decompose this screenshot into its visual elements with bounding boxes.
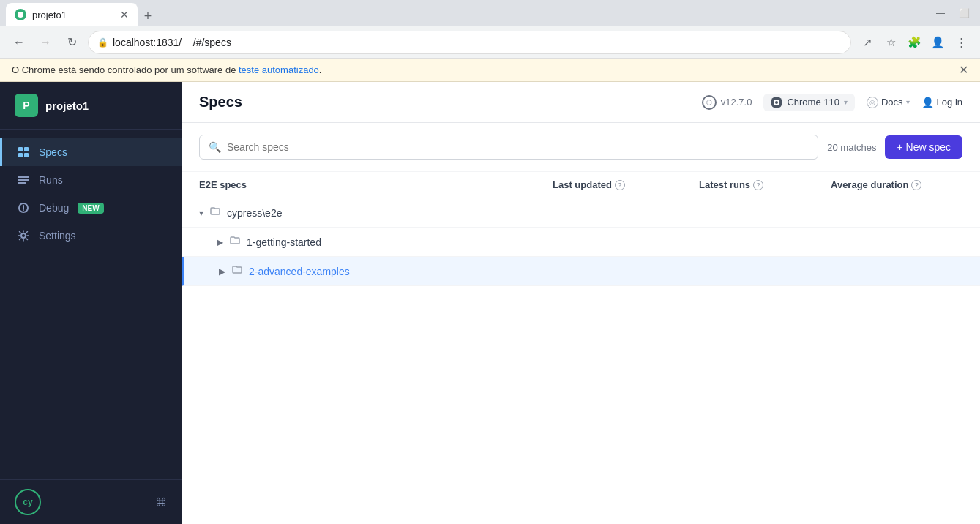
sidebar-nav: Specs Runs <box>0 130 182 479</box>
specs-table-header: E2E specs Last updated ? Latest runs ? A… <box>182 172 980 198</box>
folder-row[interactable]: ▶ 2-advanced-examples <box>182 257 980 286</box>
tab-close-button[interactable]: ✕ <box>120 9 129 20</box>
page-title: Specs <box>199 94 242 111</box>
folder-icon <box>209 206 221 220</box>
col-runs-header: Latest runs ? <box>699 179 831 190</box>
svg-rect-4 <box>24 153 29 157</box>
svg-point-10 <box>23 209 24 211</box>
folder-name: 1-getting-started <box>247 236 321 248</box>
specs-area: 🔍 20 matches + New spec E2E specs Last u… <box>182 123 980 524</box>
folder-row[interactable]: ▶ 1-getting-started <box>182 228 980 257</box>
sidebar-header: P projeto1 <box>0 82 182 130</box>
sidebar-item-runs[interactable]: Runs <box>0 166 182 194</box>
docs-icon: ◎ <box>867 97 878 108</box>
infobar-close-button[interactable]: ✕ <box>959 63 968 77</box>
runs-icon <box>17 173 30 187</box>
col-name-header: E2E specs <box>199 179 553 190</box>
main-header: Specs ⬡ v12.7.0 Chrome 110 ▾ ◎ Docs ▾ <box>182 82 980 123</box>
infobar-link[interactable]: teste automatizado <box>239 64 319 75</box>
svg-point-0 <box>18 12 23 18</box>
address-bar[interactable]: 🔒 localhost:1831/__/#/specs <box>88 31 851 54</box>
login-icon: 👤 <box>921 97 934 108</box>
browser-icon <box>771 97 782 108</box>
folder-icon <box>229 235 241 249</box>
minimize-button[interactable]: — <box>930 3 951 23</box>
search-bar-row: 🔍 20 matches + New spec <box>182 123 980 172</box>
restore-button[interactable]: ⬜ <box>954 3 974 23</box>
browser-chevron-icon: ▾ <box>844 98 848 106</box>
svg-point-13 <box>775 101 778 104</box>
sidebar-item-settings[interactable]: Settings <box>0 222 182 250</box>
lock-icon: 🔒 <box>97 37 108 48</box>
col-duration-header: Average duration ? <box>831 179 962 190</box>
svg-point-11 <box>21 233 26 238</box>
tab-favicon <box>15 9 26 20</box>
folder-chevron-icon: ▶ <box>217 237 223 247</box>
folder-row[interactable]: ▾ cypress\e2e <box>182 198 980 228</box>
svg-rect-2 <box>24 147 29 151</box>
docs-link[interactable]: ◎ Docs ▾ <box>867 97 910 108</box>
profile-button[interactable]: 👤 <box>927 32 948 53</box>
new-spec-button[interactable]: + New spec <box>885 135 962 159</box>
folder-chevron-icon: ▶ <box>219 266 225 277</box>
project-icon: P <box>15 94 38 117</box>
search-input[interactable] <box>227 141 809 153</box>
active-tab[interactable]: projeto1 ✕ <box>6 3 138 26</box>
bookmark-button[interactable]: ☆ <box>880 32 901 53</box>
main-content: Specs ⬡ v12.7.0 Chrome 110 ▾ ◎ Docs ▾ <box>182 82 980 524</box>
login-label: Log in <box>937 97 962 108</box>
search-input-wrapper[interactable]: 🔍 <box>199 135 818 160</box>
version-icon: ⬡ <box>702 95 717 110</box>
info-bar: O Chrome está sendo controlado por um so… <box>0 59 980 82</box>
infobar-message: O Chrome está sendo controlado por um so… <box>12 64 239 75</box>
col-updated-header: Last updated ? <box>553 179 699 190</box>
browser-label: Chrome 110 <box>787 97 839 108</box>
back-button[interactable]: ← <box>9 32 29 53</box>
share-button[interactable]: ↗ <box>857 32 878 53</box>
login-link[interactable]: 👤 Log in <box>921 97 962 108</box>
runs-help-icon[interactable]: ? <box>753 180 763 190</box>
menu-button[interactable]: ⋮ <box>951 32 971 53</box>
forward-button[interactable]: → <box>35 32 56 53</box>
url-text: localhost:1831/__/#/specs <box>113 37 231 48</box>
folder-chevron-icon: ▾ <box>199 208 203 218</box>
sidebar-item-runs-label: Runs <box>39 174 63 186</box>
docs-chevron-icon: ▾ <box>906 98 910 106</box>
browser-selector[interactable]: Chrome 110 ▾ <box>763 94 855 111</box>
search-matches: 20 matches <box>827 142 876 153</box>
svg-rect-1 <box>18 147 23 151</box>
sidebar: P projeto1 Specs <box>0 82 182 524</box>
keyboard-shortcut-icon[interactable]: ⌘ <box>155 495 167 509</box>
version-label: v12.7.0 <box>721 97 752 108</box>
debug-new-badge: New <box>78 203 103 214</box>
folder-list: ▾ cypress\e2e ▶ 1-getting-started <box>182 198 980 286</box>
folder-name: cypress\e2e <box>227 207 282 219</box>
specs-icon <box>17 146 30 159</box>
cypress-logo: cy <box>15 489 41 515</box>
sidebar-item-specs[interactable]: Specs <box>0 138 182 166</box>
folder-icon <box>231 264 243 278</box>
reload-button[interactable]: ↻ <box>61 32 82 53</box>
duration-help-icon[interactable]: ? <box>911 180 921 190</box>
debug-icon <box>17 201 30 214</box>
updated-help-icon[interactable]: ? <box>615 180 625 190</box>
sidebar-item-settings-label: Settings <box>39 230 76 242</box>
new-tab-button[interactable]: + <box>138 6 158 26</box>
settings-icon <box>17 229 30 242</box>
search-icon: 🔍 <box>209 141 221 153</box>
sidebar-item-specs-label: Specs <box>39 146 67 158</box>
docs-label: Docs <box>881 97 903 108</box>
extensions-button[interactable]: 🧩 <box>904 32 924 53</box>
project-name: projeto1 <box>45 100 89 112</box>
folder-name: 2-advanced-examples <box>249 266 350 277</box>
tab-title: projeto1 <box>32 10 67 20</box>
version-info: ⬡ v12.7.0 <box>702 95 752 110</box>
sidebar-footer: cy ⌘ <box>0 479 182 524</box>
sidebar-item-debug[interactable]: Debug New <box>0 194 182 222</box>
svg-rect-3 <box>18 153 23 157</box>
sidebar-item-debug-label: Debug <box>39 202 69 214</box>
